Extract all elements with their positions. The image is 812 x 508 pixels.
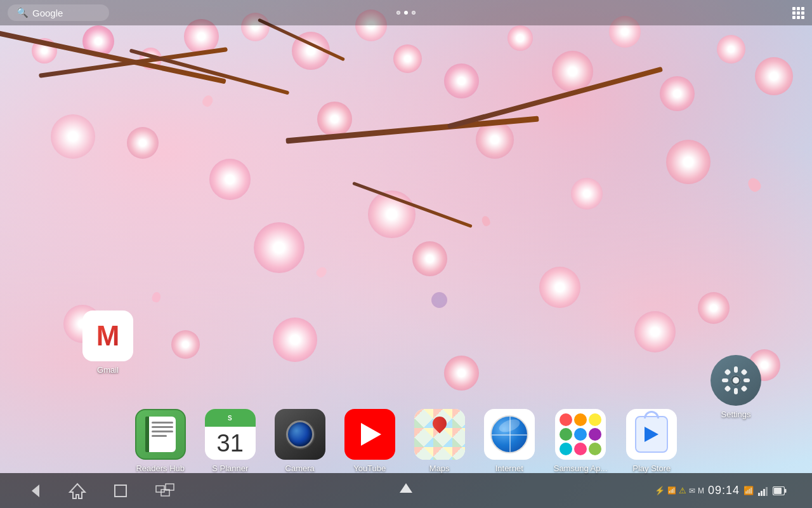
samsung-apps-app[interactable]: Samsung Ap... <box>554 409 608 473</box>
reader-line <box>152 426 173 428</box>
splanner-icon: S 31 <box>205 409 256 460</box>
grid-cell <box>797 16 800 19</box>
usb-icon: ⚡ <box>655 486 665 495</box>
signal-icon <box>757 485 769 497</box>
gmail-app[interactable]: M Gmail <box>82 311 133 375</box>
svg-rect-4 <box>743 378 750 382</box>
internet-label: Internet <box>495 464 523 473</box>
svg-rect-8 <box>740 385 747 392</box>
readers-hub-label: Readers Hub <box>136 464 185 473</box>
globe <box>490 415 528 453</box>
cal-body: 31 <box>205 427 256 460</box>
app-grid-icon[interactable] <box>792 7 804 19</box>
svg-rect-20 <box>763 489 765 496</box>
battery-icon <box>773 486 787 495</box>
maps-label: Maps <box>429 464 450 473</box>
play-store-app[interactable]: Play Store <box>626 409 677 473</box>
gmail-icon: M <box>82 311 133 361</box>
map-pin-head <box>429 413 449 433</box>
grid-cell <box>801 7 804 10</box>
readers-hub-icon <box>135 409 186 460</box>
svg-point-10 <box>733 377 739 384</box>
grid-cell <box>792 7 796 10</box>
status-bar: 🔍 Google <box>0 0 812 25</box>
play-triangle <box>645 427 658 442</box>
samsung-dot <box>589 428 601 441</box>
dock-area: Readers Hub S 31 S Planner Camera <box>0 409 812 473</box>
gmail-label: Gmail <box>97 365 119 375</box>
svg-marker-17 <box>400 483 412 493</box>
warning-icon: ⚠ <box>679 486 686 495</box>
up-arrow-icon <box>396 480 416 499</box>
status-left: 🔍 Google <box>8 4 109 21</box>
reader-line <box>152 431 173 432</box>
readers-hub-app[interactable]: Readers Hub <box>135 409 186 473</box>
splanner-label: S Planner <box>212 464 248 473</box>
globe-meridian <box>509 417 511 452</box>
bag-handle <box>644 411 659 418</box>
cal-header-text: S <box>228 415 233 422</box>
page-dot-2[interactable] <box>404 11 408 15</box>
page-dot-1[interactable] <box>396 11 400 15</box>
status-icons: ⚡ 📶 ⚠ ✉ M <box>655 486 704 495</box>
svg-rect-18 <box>758 493 760 496</box>
home-button[interactable] <box>69 482 86 500</box>
grid-cell <box>801 16 804 19</box>
nav-left <box>25 481 175 501</box>
search-icon: 🔍 <box>16 7 29 18</box>
camera-label: Camera <box>285 464 315 473</box>
gmail-logo: M <box>96 322 120 350</box>
svg-marker-11 <box>32 485 39 497</box>
youtube-play-icon <box>361 423 381 446</box>
nav-center[interactable] <box>396 480 416 502</box>
grid-cell <box>801 11 804 15</box>
samsung-dot <box>560 443 572 455</box>
multiwindow-icon <box>155 481 175 501</box>
back-button[interactable] <box>25 482 43 500</box>
cal-number: 31 <box>217 431 244 455</box>
internet-app[interactable]: Internet <box>484 409 535 473</box>
splanner-app[interactable]: S 31 S Planner <box>205 409 256 473</box>
maps-pin <box>433 417 447 431</box>
search-bar[interactable]: 🔍 Google <box>8 4 109 21</box>
wifi-icon: 📶 <box>743 486 754 495</box>
samsung-dot <box>574 413 587 426</box>
youtube-app[interactable]: YouTube <box>344 409 395 473</box>
status-right <box>792 7 804 19</box>
play-store-bag <box>635 416 668 453</box>
play-store-icon <box>626 409 677 460</box>
play-store-label: Play Store <box>632 464 671 473</box>
back-icon <box>25 482 43 500</box>
recents-icon <box>112 482 129 500</box>
readers-book <box>145 417 176 452</box>
page-dot-3[interactable] <box>412 11 416 15</box>
samsung-dot <box>589 413 601 426</box>
reader-line <box>152 422 173 424</box>
svg-rect-3 <box>722 378 728 382</box>
svg-rect-6 <box>740 368 747 375</box>
svg-rect-13 <box>115 485 126 497</box>
gmail-notify-icon: M <box>698 486 704 495</box>
camera-app[interactable]: Camera <box>275 409 325 473</box>
camera-icon <box>275 409 325 460</box>
reader-line <box>152 435 167 437</box>
maps-app[interactable]: Maps <box>414 409 465 473</box>
samsung-dot <box>560 413 572 426</box>
settings-icon <box>710 355 761 406</box>
youtube-label: YouTube <box>353 464 386 473</box>
grid-cell <box>792 11 796 15</box>
svg-rect-2 <box>734 388 738 394</box>
page-dots <box>396 11 416 15</box>
samsung-dot <box>589 443 601 455</box>
nav-bar: ⚡ 📶 ⚠ ✉ M 09:14 📶 <box>0 473 812 508</box>
samsung-dots <box>560 413 601 455</box>
gear-svg <box>721 365 751 396</box>
recents-button[interactable] <box>112 482 129 500</box>
home-icon <box>69 482 86 500</box>
grid-cell <box>797 11 800 15</box>
app-row: Readers Hub S 31 S Planner Camera <box>135 409 678 473</box>
youtube-icon <box>344 409 395 460</box>
samsung-dot <box>574 428 587 441</box>
multiwindow-button[interactable] <box>155 481 175 501</box>
samsung-dot <box>574 443 587 455</box>
